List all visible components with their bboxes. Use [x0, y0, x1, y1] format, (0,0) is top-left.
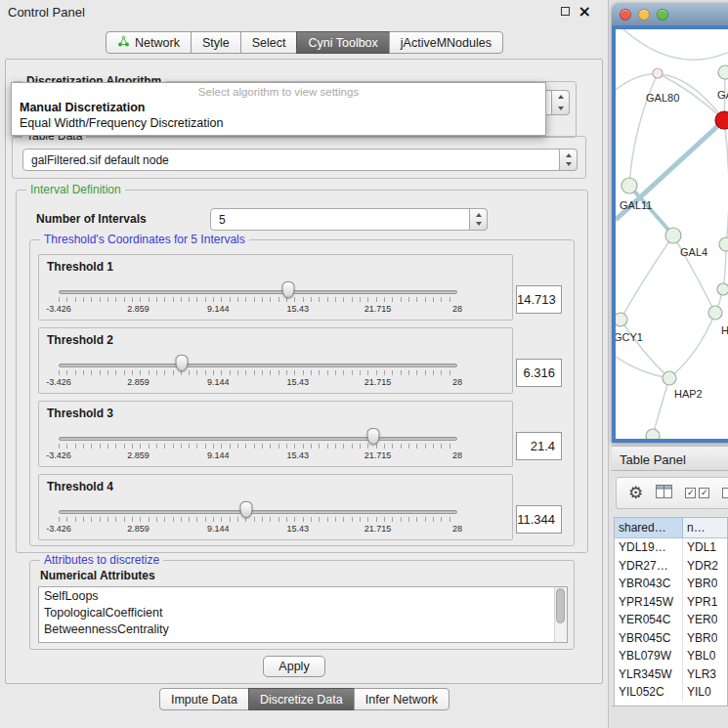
minimize-window-icon[interactable]: [638, 9, 650, 21]
close-icon[interactable]: ×: [578, 6, 591, 17]
slider-scale: -3.4262.8599.14415.4321.71528: [59, 377, 457, 388]
threshold-value-field[interactable]: 14.713: [516, 285, 562, 314]
scale-tick-label: 15.43: [287, 377, 310, 387]
network-node[interactable]: [715, 111, 728, 129]
table-row[interactable]: YBR045CYBR0: [615, 629, 727, 648]
threshold-slider[interactable]: -3.4262.8599.14415.4321.71528: [59, 498, 457, 537]
thresholds-group: Threshold's Coordinates for 5 Intervals …: [29, 239, 575, 546]
slider-thumb[interactable]: [367, 428, 380, 445]
network-node[interactable]: [708, 306, 722, 320]
slider-track[interactable]: [59, 290, 457, 294]
network-edge[interactable]: [621, 320, 669, 378]
network-node[interactable]: [718, 65, 728, 79]
slider-thumb[interactable]: [239, 501, 252, 518]
scale-tick-label: 21.715: [364, 304, 392, 314]
network-node[interactable]: [646, 429, 660, 439]
scale-tick-label: 2.859: [127, 377, 150, 387]
table-row[interactable]: YLR345WYLR3: [615, 665, 727, 684]
tab-select[interactable]: Select: [240, 31, 298, 54]
table-row[interactable]: YPR145WYPR1: [615, 593, 727, 612]
node-label: GAL4: [680, 246, 707, 258]
threshold-slider[interactable]: -3.4262.8599.14415.4321.71528: [59, 278, 457, 318]
network-node[interactable]: [665, 228, 681, 243]
network-edge[interactable]: [629, 73, 658, 186]
network-window-titlebar[interactable]: [612, 3, 728, 25]
combo-stepper-icon[interactable]: [559, 149, 578, 171]
numerical-attributes-list[interactable]: SelfLoopsTopologicalCoefficientBetweenne…: [38, 586, 568, 643]
network-edge[interactable]: [616, 357, 669, 378]
network-node[interactable]: [621, 178, 637, 193]
network-edge[interactable]: [724, 120, 728, 244]
combo-stepper-icon[interactable]: [551, 90, 570, 115]
scale-tick-label: 9.144: [207, 450, 230, 460]
algorithm-option[interactable]: Manual Discretization: [12, 100, 545, 115]
scale-tick-label: 21.715: [364, 377, 392, 387]
tab-network[interactable]: Network: [106, 31, 192, 54]
list-item[interactable]: TopologicalCoefficient: [39, 604, 567, 621]
table-header-row: shared…n…: [615, 518, 727, 538]
close-window-icon[interactable]: [620, 9, 631, 21]
threshold-slider[interactable]: -3.4262.8599.14415.4321.71528: [59, 352, 457, 391]
tab-label: jActiveMNodules: [401, 36, 492, 50]
table-row[interactable]: YER054CYER0: [615, 611, 727, 629]
tab-cyni-toolbox[interactable]: Cyni Toolbox: [296, 31, 389, 54]
node-label: H: [721, 324, 728, 336]
algorithm-option[interactable]: Equal Width/Frequency Discretization: [12, 115, 545, 131]
network-node[interactable]: [719, 237, 728, 251]
select-all-icon[interactable]: ✓ ✓: [685, 488, 709, 498]
float-window-icon[interactable]: [561, 7, 570, 16]
threshold-value-field[interactable]: 11.344: [516, 505, 562, 534]
list-item[interactable]: BetweennessCentrality: [39, 621, 567, 637]
table-cell: YER054C: [615, 611, 683, 629]
table-row[interactable]: YDR27…YDR2: [615, 557, 727, 576]
zoom-window-icon[interactable]: [657, 9, 668, 21]
scale-tick-label: -3.426: [46, 377, 71, 387]
tab-impute-data[interactable]: Impute Data: [159, 688, 249, 710]
tab-label: Network: [135, 36, 180, 50]
slider-track[interactable]: [59, 510, 457, 514]
slider-track[interactable]: [59, 364, 457, 367]
list-scrollbar[interactable]: [554, 587, 567, 642]
node-table[interactable]: shared…n… YDL19…YDL1YDR27…YDR2YBR043CYBR…: [614, 517, 728, 707]
network-canvas[interactable]: GAL80GAGAL11GAL4GCY1HHAP2: [616, 29, 728, 439]
network-edge[interactable]: [623, 29, 728, 60]
network-edge[interactable]: [653, 378, 669, 436]
table-data-select[interactable]: galFiltered.sif default node: [22, 149, 578, 171]
threshold-value-field[interactable]: 21.4: [516, 432, 562, 460]
slider-ticks: [59, 444, 457, 449]
threshold-slider[interactable]: -3.4262.8599.14415.4321.71528: [59, 425, 457, 464]
columns-icon[interactable]: [656, 485, 672, 501]
network-node[interactable]: [616, 313, 627, 326]
column-header[interactable]: n…: [683, 518, 727, 537]
apply-button[interactable]: Apply: [263, 656, 325, 677]
gear-icon[interactable]: ⚙: [628, 485, 643, 501]
tab-style[interactable]: Style: [191, 31, 241, 54]
slider-thumb[interactable]: [176, 355, 189, 371]
checkbox-icon[interactable]: [722, 488, 728, 498]
slider-track[interactable]: [59, 437, 457, 441]
threshold-row: Threshold 1-3.4262.8599.14415.4321.71528…: [38, 254, 568, 321]
table-row[interactable]: YDL19…YDL1: [615, 538, 727, 557]
tab-jactivemnodules[interactable]: jActiveMNodules: [389, 31, 503, 54]
network-view[interactable]: GAL80GAGAL11GAL4GCY1HHAP2: [612, 25, 728, 443]
table-row[interactable]: YIL052CYIL0: [615, 683, 727, 702]
list-item[interactable]: SelfLoops: [39, 587, 567, 604]
threshold-value-field[interactable]: 6.316: [516, 359, 562, 387]
column-header[interactable]: shared…: [615, 518, 683, 537]
network-node[interactable]: [653, 68, 663, 78]
combo-stepper-icon[interactable]: [469, 208, 488, 231]
network-node[interactable]: [663, 371, 676, 385]
group-title: Interval Definition: [26, 183, 125, 196]
table-row[interactable]: YBL079WYBL0: [615, 647, 727, 665]
number-of-intervals-select[interactable]: 5: [210, 208, 488, 231]
table-row[interactable]: YBR043CYBR0: [615, 575, 727, 593]
network-edge[interactable]: [621, 236, 673, 320]
scrollbar-thumb[interactable]: [556, 588, 565, 623]
panel-title: Control Panel: [8, 5, 85, 20]
network-node[interactable]: [717, 283, 728, 295]
tab-infer-network[interactable]: Infer Network: [354, 688, 450, 710]
tab-discretize-data[interactable]: Discretize Data: [248, 688, 355, 710]
slider-thumb[interactable]: [282, 281, 295, 298]
network-edge[interactable]: [669, 313, 715, 378]
table-cell: YBL079W: [615, 647, 683, 665]
